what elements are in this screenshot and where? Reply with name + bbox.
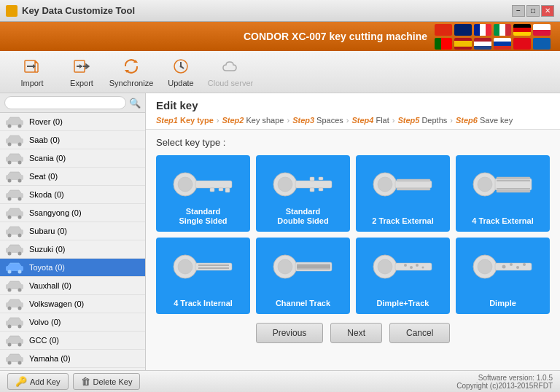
sidebar-item-vauxhall[interactable]: Vauxhall (0) [0,277,145,295]
step-2[interactable]: Step2 Key shape [222,116,284,125]
sidebar-item-label: Rover (0) [29,117,63,126]
sidebar-item-skoda[interactable]: Skoda (0) [0,186,145,204]
flag-gb[interactable] [454,24,472,36]
car-icon [4,188,25,201]
svg-point-70 [278,177,292,192]
car-icon [4,334,25,347]
key-type-card-standard-double[interactable]: StandardDouble Sided [256,155,350,232]
svg-point-23 [18,143,22,146]
sidebar-item-toyota[interactable]: Toyota (0) [0,259,145,277]
import-button[interactable]: Import [7,54,57,90]
flag-fr[interactable] [474,24,491,36]
svg-point-82 [478,177,492,192]
key-type-card-2-track-external[interactable]: 2 Track External [356,155,450,232]
svg-rect-100 [395,263,432,270]
flag-it[interactable] [494,24,511,36]
car-icon [4,243,25,256]
svg-rect-74 [310,177,314,181]
sidebar-item-suzuki[interactable]: Suzuki (0) [0,240,145,259]
add-key-button[interactable]: 🔑 Add Key [7,373,69,390]
step-num-4: Step4 [351,116,373,125]
key-grid: StandardSingle Sided StandardDouble Side… [156,155,550,314]
synchronize-button[interactable]: Synchronize [106,54,156,90]
sidebar-item-yamaha[interactable]: Yamaha (0) [0,350,145,368]
step-5[interactable]: Step5 Depths [397,116,447,125]
sidebar-item-saab[interactable]: Saab (0) [0,131,145,149]
flag-nl[interactable] [474,38,491,50]
key-type-card-channel-track[interactable]: Channel Track [256,238,350,314]
minimize-button[interactable]: − [512,5,525,17]
flag-es[interactable] [454,38,472,50]
key-type-card-4-track-internal[interactable]: 4 Track Internal [156,238,250,314]
svg-point-32 [18,197,22,201]
svg-rect-90 [195,263,232,270]
svg-point-41 [18,252,22,256]
key-label-dimple-track: Dimple+Track [377,299,429,308]
key-type-card-standard-single[interactable]: StandardSingle Sided [156,155,250,232]
cancel-button[interactable]: Cancel [389,323,450,343]
maximize-button[interactable]: □ [526,5,540,17]
car-icon [4,224,25,238]
sidebar-item-ssangyong[interactable]: Ssangyong (0) [0,204,145,222]
flag-de[interactable] [513,24,531,36]
flag-pt[interactable] [435,38,452,50]
import-icon [22,56,42,77]
key-type-card-4-track-external[interactable]: 4 Track External [456,155,550,232]
app-icon [6,5,18,17]
update-label: Update [168,79,193,87]
key-type-card-dimple[interactable]: Dimple [456,238,550,314]
cloud-icon [220,56,241,77]
flag-tr[interactable] [513,38,531,50]
edit-key-panel: Edit key Step1 Key type›Step2 Key shape›… [146,93,560,130]
svg-rect-71 [295,181,332,188]
update-button[interactable]: Update [156,54,206,90]
export-button[interactable]: Export [57,54,106,90]
version-info: Software version: 1.0.5 Copyright (c)201… [456,374,553,390]
step-4[interactable]: Step4 Flat [351,116,389,125]
svg-rect-107 [495,263,532,270]
svg-rect-73 [319,188,323,191]
sidebar-item-label: Toyota (0) [29,263,65,272]
key-type-card-dimple-track[interactable]: Dimple+Track [356,238,450,314]
svg-rect-72 [310,188,314,192]
svg-rect-75 [319,177,323,180]
svg-rect-80 [397,188,430,190]
close-button[interactable]: ✕ [541,5,554,17]
export-label: Export [70,79,93,87]
previous-button[interactable]: Previous [256,323,324,343]
sidebar-item-volvo[interactable]: Volvo (0) [0,313,145,332]
svg-rect-67 [219,188,223,191]
action-buttons: Previous Next Cancel [156,323,550,343]
step-name-5: Depths [421,116,447,125]
svg-point-25 [8,161,12,165]
sidebar-item-seat[interactable]: Seat (0) [0,168,145,186]
sidebar-item-volkswagen[interactable]: Volkswagen (0) [0,295,145,313]
flag-gr[interactable] [533,38,551,50]
next-button[interactable]: Next [330,323,382,343]
svg-rect-91 [198,264,229,266]
sidebar-item-gcc[interactable]: GCC (0) [0,332,145,350]
flag-china[interactable] [435,24,452,36]
sidebar-item-rover[interactable]: Rover (0) [0,113,145,131]
step-3[interactable]: Step3 Spaces [292,116,343,125]
sidebar-item-hondacycles[interactable]: HondaCycles (0) [0,368,145,370]
cloud-server-button[interactable]: Cloud server [206,54,255,90]
update-icon [171,56,191,77]
sidebar-item-subaru[interactable]: Subaru (0) [0,222,145,240]
flag-ru[interactable] [494,38,511,50]
step-6[interactable]: Step6 Save key [456,116,513,125]
sidebar-item-scania[interactable]: Scania (0) [0,149,145,168]
svg-rect-78 [395,181,432,188]
svg-point-89 [178,259,192,274]
sidebar: 🔍 Rover (0) Saab (0) [0,93,146,370]
step-num-5: Step5 [397,116,419,125]
flag-pl[interactable] [533,24,551,36]
svg-point-104 [421,267,424,269]
sidebar-item-label: Vauxhall (0) [29,281,71,290]
key-label-channel-track: Channel Track [276,299,330,308]
export-icon [71,56,92,77]
delete-key-button[interactable]: 🗑 Delete Key [73,373,141,390]
step-name-2: Key shape [246,116,284,125]
search-input[interactable] [4,96,126,109]
search-icon: 🔍 [129,98,141,109]
